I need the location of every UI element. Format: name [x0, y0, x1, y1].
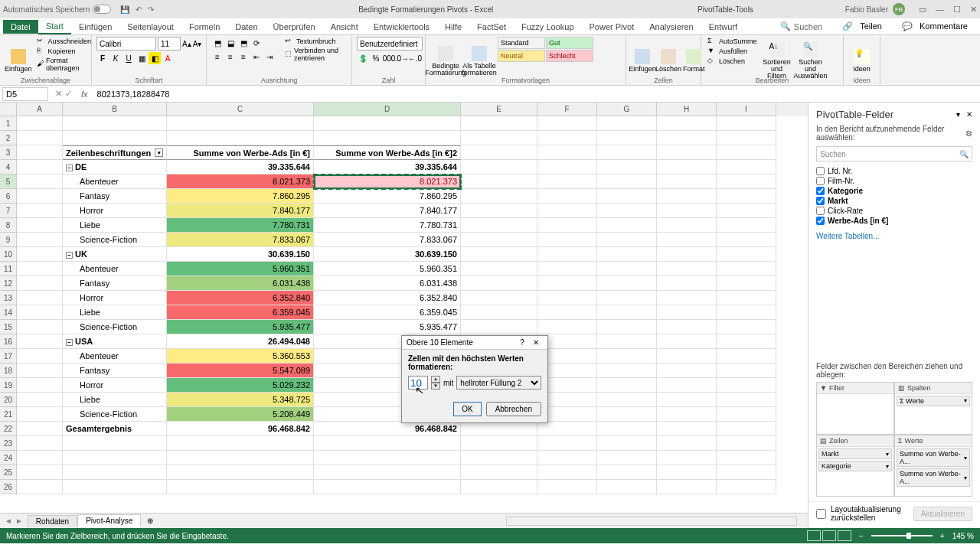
zoom-in-icon[interactable]: + — [940, 532, 945, 540]
cell[interactable] — [597, 218, 657, 233]
indent-dec-icon[interactable]: ⇤ — [250, 51, 263, 63]
zoom-slider[interactable] — [871, 535, 933, 536]
rowhead[interactable]: 7 — [0, 204, 17, 218]
cell[interactable] — [461, 436, 537, 451]
cell[interactable]: Liebe — [63, 218, 167, 233]
font-size[interactable]: 11 — [158, 37, 181, 51]
share-button[interactable]: 🔗 Teilen — [838, 20, 891, 33]
cell[interactable]: Abenteuer — [63, 174, 167, 189]
cell[interactable] — [657, 174, 717, 189]
collapse-icon[interactable]: − — [66, 165, 73, 171]
cell[interactable] — [63, 131, 167, 145]
colhead-E[interactable]: E — [461, 103, 537, 116]
gear-icon[interactable]: ⚙ — [965, 129, 972, 138]
cell[interactable] — [17, 465, 63, 480]
cell[interactable] — [461, 174, 537, 189]
cell[interactable] — [597, 378, 657, 393]
grow-font-icon[interactable]: A▴ — [182, 40, 191, 48]
zoom-level[interactable]: 145 % — [952, 532, 974, 540]
cell[interactable] — [657, 422, 717, 436]
ok-button[interactable]: OK — [453, 402, 481, 416]
cell[interactable] — [717, 174, 776, 189]
cell[interactable] — [461, 262, 537, 276]
cell[interactable]: 5.208.449 — [167, 407, 314, 422]
rowhead[interactable]: 22 — [0, 422, 17, 436]
dialog-close-icon[interactable]: ✕ — [529, 338, 543, 347]
tab-analyze[interactable]: Analysieren — [642, 20, 701, 34]
rowhead[interactable]: 1 — [0, 116, 17, 131]
cell[interactable]: Fantasy — [63, 189, 167, 204]
cell[interactable] — [717, 145, 776, 160]
minimize-icon[interactable]: — — [936, 5, 944, 15]
tab-dev[interactable]: Entwicklertools — [366, 20, 437, 34]
tab-design[interactable]: Entwurf — [701, 20, 745, 34]
cell[interactable] — [461, 160, 537, 174]
taskpane-close-icon[interactable]: ✕ — [966, 110, 972, 119]
cell[interactable] — [657, 160, 717, 174]
rowhead[interactable]: 11 — [0, 262, 17, 276]
cell[interactable] — [17, 436, 63, 451]
clear-button[interactable]: ◇Löschen — [706, 57, 759, 66]
cell[interactable] — [537, 465, 597, 480]
cell[interactable]: 7.780.731 — [314, 218, 461, 233]
cell[interactable]: 7.833.067 — [314, 233, 461, 247]
cell[interactable] — [717, 480, 776, 494]
cell[interactable]: Abenteuer — [63, 262, 167, 276]
cell[interactable] — [717, 465, 776, 480]
cell[interactable] — [717, 364, 776, 378]
tab-review[interactable]: Überprüfen — [266, 20, 323, 34]
orientation-icon[interactable]: ⟳ — [250, 37, 263, 49]
cell[interactable] — [717, 247, 776, 262]
cell[interactable]: Summe von Werbe-Ads [in €] — [167, 145, 314, 160]
colhead-C[interactable]: C — [167, 103, 314, 116]
cell[interactable] — [461, 320, 537, 334]
avatar[interactable]: FB — [893, 3, 905, 15]
cell[interactable]: 6.031.438 — [167, 276, 314, 291]
cell[interactable]: 39.335.644 — [167, 160, 314, 174]
cell[interactable]: 6.359.045 — [314, 305, 461, 320]
area-item[interactable]: Summe von Werbe-A...▾ — [897, 448, 970, 467]
cell[interactable] — [717, 378, 776, 393]
cell[interactable] — [597, 480, 657, 494]
cell[interactable] — [657, 116, 717, 131]
comments-button[interactable]: 💬 Kommentare — [897, 20, 977, 33]
cell[interactable] — [717, 349, 776, 364]
cell[interactable] — [657, 218, 717, 233]
more-tables-link[interactable]: Weitere Tabellen... — [808, 230, 980, 242]
cell[interactable]: 5.960.351 — [167, 262, 314, 276]
fill-button[interactable]: ▼Ausfüllen — [706, 47, 759, 56]
cell[interactable]: 39.335.644 — [314, 160, 461, 174]
cell[interactable] — [314, 131, 461, 145]
cell[interactable] — [63, 436, 167, 451]
cell[interactable] — [461, 276, 537, 291]
cell[interactable] — [657, 305, 717, 320]
cell[interactable] — [597, 451, 657, 465]
rowhead[interactable]: 12 — [0, 276, 17, 291]
cell[interactable] — [657, 465, 717, 480]
cell[interactable] — [597, 349, 657, 364]
cell[interactable] — [17, 204, 63, 218]
tab-data[interactable]: Daten — [227, 20, 265, 34]
filter-dropdown-icon[interactable]: ▾ — [155, 148, 163, 157]
style-standard[interactable]: Standard — [498, 37, 545, 49]
name-box[interactable]: D5 — [2, 87, 48, 101]
cell[interactable] — [717, 334, 776, 349]
number-format[interactable]: Benutzerdefiniert — [357, 37, 423, 51]
cell[interactable]: 96.468.842 — [167, 422, 314, 436]
count-input[interactable] — [408, 376, 428, 390]
cell[interactable] — [17, 145, 63, 160]
underline-button[interactable]: U — [122, 52, 135, 64]
cell[interactable]: Science-Fiction — [63, 407, 167, 422]
cell[interactable] — [461, 451, 537, 465]
cell[interactable] — [167, 451, 314, 465]
cell[interactable] — [717, 451, 776, 465]
cell[interactable]: Summe von Werbe-Ads [in €]2 — [314, 145, 461, 160]
cell[interactable] — [597, 393, 657, 407]
cell[interactable] — [717, 276, 776, 291]
cell[interactable]: 7.860.295 — [167, 189, 314, 204]
field-checkbox[interactable] — [816, 187, 825, 195]
cell[interactable] — [314, 116, 461, 131]
cell[interactable] — [17, 276, 63, 291]
align-center-icon[interactable]: ≡ — [224, 51, 237, 63]
cell[interactable] — [597, 247, 657, 262]
